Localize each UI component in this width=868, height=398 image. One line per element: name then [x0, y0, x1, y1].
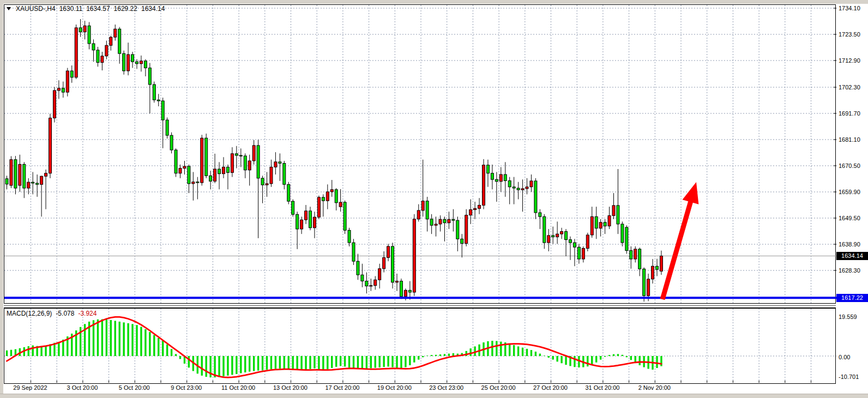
candle: [83, 26, 86, 32]
candle: [352, 243, 355, 261]
mt4-chart-window: XAUUSD-,H4 1630.11 1634.57 1629.22 1634.…: [0, 0, 868, 398]
candle: [10, 160, 13, 185]
price-chart-pane[interactable]: [4, 4, 836, 304]
candle: [36, 183, 39, 184]
candle: [19, 164, 21, 185]
candle: [257, 146, 260, 178]
candle: [361, 275, 364, 281]
candle: [57, 88, 60, 91]
candle: [53, 91, 56, 118]
candle: [192, 182, 195, 184]
candle: [161, 101, 164, 120]
candle: [478, 205, 481, 208]
candle: [326, 192, 329, 201]
candle: [552, 236, 554, 237]
symbol-period-label: XAUUSD-,H4: [16, 5, 56, 13]
candle: [75, 28, 77, 77]
candle: [439, 219, 442, 224]
candle: [110, 37, 112, 45]
candle: [430, 219, 433, 225]
time-axis-label: 19 Oct 20:00: [377, 384, 412, 391]
time-axis-label: 27 Oct 20:00: [533, 384, 568, 391]
candle: [413, 219, 415, 292]
candle: [201, 138, 203, 183]
price-axis-label: 1723.50: [839, 31, 860, 38]
candle: [287, 184, 290, 201]
candle: [279, 162, 281, 164]
time-axis-label: 25 Oct 20:00: [481, 384, 516, 391]
candle: [400, 281, 402, 297]
window-chrome-bottom: [0, 394, 868, 398]
candle: [45, 173, 47, 176]
candle: [231, 154, 233, 173]
candle: [252, 146, 255, 161]
price-axis-label: 1681.10: [839, 136, 860, 143]
candle: [309, 211, 312, 228]
candle: [599, 222, 602, 228]
candle: [577, 247, 580, 259]
macd-axis-label: -10.701: [839, 373, 859, 380]
candle: [179, 168, 182, 173]
candle: [543, 216, 546, 243]
candle: [643, 269, 646, 296]
macd-signal-value: -3.924: [78, 310, 97, 317]
price-axis-label: 1691.70: [839, 110, 860, 117]
candle: [123, 53, 125, 71]
candle: [383, 257, 385, 268]
candle: [617, 206, 619, 224]
time-axis-label: 31 Oct 20:00: [585, 384, 619, 391]
time-axis-label: 17 Oct 20:00: [325, 384, 359, 391]
candle: [625, 227, 628, 251]
quote-low: 1629.22: [114, 5, 137, 13]
candle: [530, 181, 533, 187]
candle: [370, 286, 372, 286]
macd-indicator-pane[interactable]: [4, 308, 836, 384]
candle: [239, 155, 242, 156]
candle: [656, 266, 659, 269]
candle: [547, 236, 550, 243]
candle: [417, 210, 420, 219]
candle: [118, 29, 121, 53]
candle: [365, 281, 368, 286]
candle: [374, 280, 377, 285]
trend-arrow-object[interactable]: [662, 182, 698, 299]
candle: [183, 166, 186, 168]
candle: [456, 220, 459, 239]
macd-axis-label: 19.559: [839, 313, 857, 320]
candle: [408, 290, 411, 292]
candle: [495, 179, 498, 182]
candle: [226, 167, 229, 172]
price-axis-label: 1628.30: [839, 267, 860, 274]
current-price-badge: 1634.14: [836, 252, 868, 260]
candle: [261, 178, 264, 185]
candle: [313, 217, 316, 228]
candle: [66, 71, 69, 92]
candle: [513, 187, 515, 188]
chevron-down-icon[interactable]: [7, 7, 11, 10]
macd-main-value: -5.078: [56, 310, 74, 317]
candle: [114, 29, 117, 37]
candle: [378, 269, 381, 280]
candle: [508, 180, 511, 186]
candle: [105, 45, 108, 56]
macd-axis-label: 0.00: [839, 354, 850, 360]
candle: [443, 219, 446, 222]
candle: [335, 190, 337, 203]
candle: [283, 164, 286, 185]
window-chrome-left: [0, 0, 3, 398]
candle: [88, 26, 91, 44]
price-chart-canvas[interactable]: [4, 5, 836, 303]
candle: [131, 55, 134, 62]
candle: [526, 187, 528, 189]
candle: [339, 202, 342, 207]
candle: [517, 188, 520, 190]
time-axis-label: 29 Sep 2022: [13, 384, 47, 391]
candle: [469, 210, 472, 215]
time-axis-label: 3 Oct 20:00: [67, 384, 98, 391]
macd-chart-canvas[interactable]: [4, 309, 836, 383]
candle: [652, 266, 654, 279]
candle: [14, 160, 17, 188]
time-axis-label: 23 Oct 23:00: [429, 384, 463, 391]
candle: [396, 281, 399, 282]
candle: [296, 214, 299, 229]
